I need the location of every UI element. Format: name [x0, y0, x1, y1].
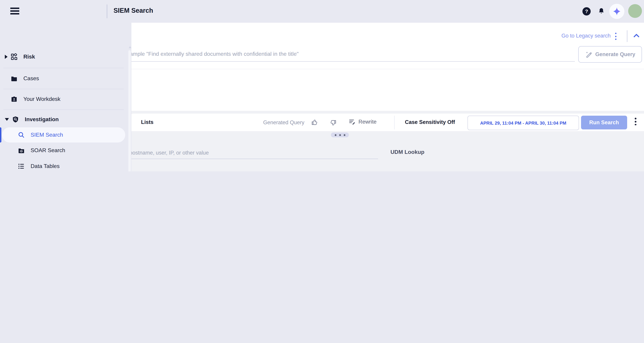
lists-tab[interactable]: Lists [141, 119, 154, 125]
gemini-sparkle-icon[interactable] [609, 4, 624, 19]
case-sensitivity-toggle[interactable]: Case Sensitivity Off [405, 119, 455, 125]
sidebar-item-label: Your Workdesk [24, 96, 60, 102]
risk-icon [11, 53, 18, 60]
sidebar-item-cases[interactable]: Cases [0, 71, 127, 86]
sidebar-divider [4, 89, 124, 89]
sidebar-item-data-tables[interactable]: Data Tables [0, 159, 127, 171]
cases-icon [11, 75, 18, 82]
title-divider [107, 5, 107, 18]
sidebar-item-label: Risk [24, 54, 35, 60]
collapse-panel-chevron-up-icon[interactable] [632, 32, 640, 40]
investigation-icon [12, 116, 19, 123]
sidebar-item-label: SIEM Search [30, 132, 63, 138]
page-title: SIEM Search [114, 7, 153, 15]
run-search-button[interactable]: Run Search [581, 116, 627, 129]
hamburger-menu-icon[interactable] [10, 8, 20, 15]
search-options-kebab-icon[interactable] [635, 117, 636, 126]
sidebar-divider [4, 68, 124, 68]
sidebar-item-risk[interactable]: Risk [0, 49, 127, 64]
sidebar-item-label: Data Tables [30, 163, 60, 169]
navigation-drawer: Risk Cases Your Workdesk Inve [0, 23, 132, 171]
generate-query-label: Generate Query [595, 51, 636, 58]
sidebar-item-investigation[interactable]: Investigation [0, 112, 127, 127]
user-avatar[interactable] [628, 4, 642, 18]
siem-search-app: Go to Legacy search Generate Query Lists… [0, 0, 644, 171]
go-to-legacy-search-link[interactable]: Go to Legacy search [562, 33, 611, 39]
rewrite-label: Rewrite [358, 119, 376, 125]
soar-search-icon [18, 147, 25, 154]
generate-query-button[interactable]: Generate Query [578, 46, 642, 63]
sidebar-item-soar-search[interactable]: SOAR Search [0, 143, 127, 158]
thumbs-down-icon[interactable] [330, 119, 336, 126]
header-divider [627, 30, 628, 42]
notifications-bell-icon[interactable] [598, 7, 605, 16]
natural-language-query-input[interactable] [114, 47, 575, 62]
siem-search-icon [18, 132, 25, 138]
date-range-picker[interactable]: APRIL 29, 11:04 PM - APRIL 30, 11:04 PM [468, 116, 579, 130]
sidebar-item-label: SOAR Search [30, 147, 65, 154]
data-tables-icon [18, 163, 25, 170]
sidebar-item-siem-search[interactable]: SIEM Search [0, 127, 127, 143]
chevron-down-icon[interactable] [5, 118, 9, 121]
magic-pencil-icon [585, 51, 592, 58]
query-options-kebab-icon[interactable] [615, 32, 616, 41]
udm-lookup-input[interactable] [110, 147, 378, 159]
rewrite-button[interactable]: Rewrite [349, 118, 376, 125]
sidebar-divider [4, 110, 124, 110]
toolbar-divider [394, 116, 394, 129]
resize-drag-handle[interactable] [331, 133, 349, 137]
svg-text:?: ? [585, 9, 588, 14]
sidebar-item-your-workdesk[interactable]: Your Workdesk [0, 92, 127, 107]
top-app-bar [0, 0, 644, 23]
udm-lookup-label: UDM Lookup [390, 149, 424, 155]
chevron-right-icon[interactable] [5, 55, 8, 59]
rewrite-icon [349, 118, 356, 125]
thumbs-up-icon[interactable] [311, 119, 318, 126]
generated-query-label: Generated Query [263, 119, 304, 126]
workdesk-badge-icon [11, 96, 18, 103]
help-icon[interactable]: ? [582, 7, 591, 16]
sidebar-item-label: Investigation [25, 116, 59, 123]
sidebar-item-label: Cases [24, 75, 39, 82]
sidebar-scrollbar[interactable] [128, 50, 131, 171]
sidebar-scroll-up-icon[interactable] [129, 46, 132, 48]
